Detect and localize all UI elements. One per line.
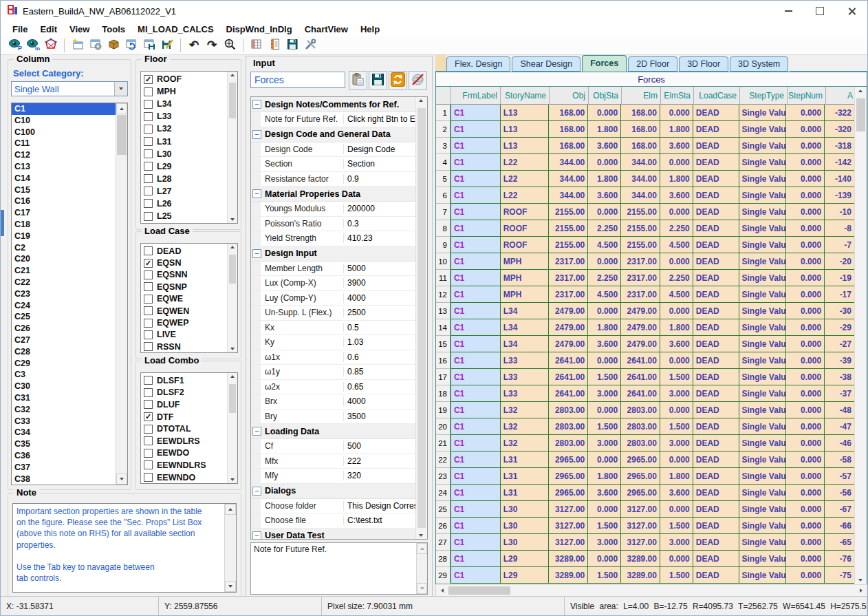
cell-a[interactable]: -140 (825, 171, 855, 187)
cell-obj[interactable]: 344.00 (549, 154, 588, 171)
toolbar-window-settings-button[interactable] (87, 38, 105, 54)
cell-steptype[interactable]: Single Value (739, 237, 787, 253)
load-combo-checkbox-eewndlrs[interactable] (144, 460, 153, 469)
load-case-item-eqsn[interactable]: ✓EQSN (141, 257, 227, 268)
cell-elmsta[interactable]: 1.800 (660, 319, 693, 336)
arrow-up-icon[interactable] (858, 89, 862, 92)
load-case-item-eqsnp[interactable]: EQSNP (141, 281, 227, 293)
note-textbox[interactable]: Important section properties are shown i… (12, 503, 237, 593)
cell-frmlabel[interactable]: C1 (451, 352, 501, 369)
property-row-1y[interactable]: ω1y0.85 (251, 365, 416, 380)
property-row-mfx[interactable]: Mfx222 (251, 454, 416, 469)
load-case-item-dead[interactable]: DEAD (141, 245, 227, 257)
cell-a[interactable]: -46 (825, 435, 855, 452)
cell-steptype[interactable]: Single Value (739, 534, 787, 551)
no-draw-button[interactable] (409, 71, 427, 90)
floor-checkbox-l33[interactable] (144, 112, 153, 121)
cell-a[interactable]: -37 (825, 385, 855, 402)
load-combo-checkbox-dlsf1[interactable] (144, 376, 153, 385)
cell-steptype[interactable]: Single Value (739, 402, 787, 418)
column-item-c29[interactable]: C29 (12, 358, 116, 370)
cell-elmsta[interactable]: 0.000 (660, 253, 693, 270)
collapse-icon[interactable]: − (252, 249, 261, 258)
table-row[interactable]: 27C1L303127.003.0003127.003.000DEADSingl… (436, 534, 855, 551)
cell-elmsta[interactable]: 1.500 (660, 567, 693, 584)
cell-stepnum[interactable]: 0.000 (786, 105, 825, 121)
cell-frmlabel[interactable]: C1 (451, 121, 501, 138)
cell-objsta[interactable]: 3.600 (588, 336, 621, 352)
cell-stepnum[interactable]: 0.000 (786, 452, 825, 468)
floor-checkbox-l25[interactable] (144, 212, 153, 221)
tab-3d-system[interactable]: 3D System (730, 56, 788, 72)
property-value[interactable]: 0.6 (344, 352, 416, 362)
cell-elmsta[interactable]: 0.000 (660, 452, 693, 468)
cell-stepnum[interactable]: 0.000 (786, 402, 825, 418)
cell-objsta[interactable]: 1.500 (588, 418, 621, 435)
cell-objsta[interactable]: 3.000 (588, 385, 621, 402)
cell-a[interactable]: -27 (825, 336, 855, 352)
load-case-item-eqsnn[interactable]: EQSNN (141, 269, 227, 281)
menu-help[interactable]: Help (354, 23, 386, 36)
cell-loadcase[interactable]: DEAD (693, 518, 739, 534)
save-button[interactable] (369, 71, 387, 90)
cell-obj[interactable]: 2803.00 (549, 418, 588, 435)
cell-stepnum[interactable]: 0.000 (786, 270, 825, 286)
column-item-c25[interactable]: C25 (12, 311, 116, 323)
cell-elmsta[interactable]: 0.000 (660, 352, 693, 369)
cell-a[interactable]: -56 (825, 485, 855, 501)
property-row-luy-comp-y[interactable]: Luy (Comp-Y)4000 (251, 291, 416, 306)
toolbar-undo-button[interactable]: ↶ (185, 38, 203, 54)
cell-loadcase[interactable]: DEAD (693, 121, 739, 138)
cell-obj[interactable]: 2641.00 (549, 352, 588, 369)
cell-elmsta[interactable]: 3.600 (660, 187, 693, 204)
cell-row-number[interactable]: 26 (436, 518, 451, 534)
cell-storyname[interactable]: L22 (501, 171, 550, 187)
table-vscrollbar[interactable] (854, 87, 867, 584)
column-item-c28[interactable]: C28 (12, 346, 116, 358)
cell-elm[interactable]: 168.00 (621, 105, 660, 121)
cell-elm[interactable]: 168.00 (621, 138, 660, 154)
floor-item-l26[interactable]: L26 (141, 198, 227, 210)
arrow-down-icon[interactable] (230, 218, 235, 221)
paste-button[interactable] (349, 71, 367, 90)
scroll-thumb[interactable] (417, 108, 426, 528)
cell-obj[interactable]: 2479.00 (549, 336, 588, 352)
header-frmlabel[interactable]: FrmLabel (451, 87, 501, 105)
cell-stepnum[interactable]: 0.000 (786, 534, 825, 551)
floor-item-l34[interactable]: L34 (141, 98, 227, 110)
header-storyname[interactable]: StoryName (501, 87, 550, 105)
cell-loadcase[interactable]: DEAD (693, 352, 739, 369)
cell-row-number[interactable]: 8 (436, 220, 451, 237)
cell-loadcase[interactable]: DEAD (693, 485, 739, 501)
cell-steptype[interactable]: Single Value (739, 468, 787, 485)
toolbar-redo-button[interactable]: ↷ (203, 38, 221, 54)
cell-loadcase[interactable]: DEAD (693, 154, 739, 171)
table-row[interactable]: 26C1L303127.001.5003127.001.500DEADSingl… (436, 518, 855, 534)
property-value[interactable]: Design Code (344, 145, 416, 154)
cell-elmsta[interactable]: 0.000 (660, 303, 693, 319)
arrow-down-icon[interactable] (858, 579, 862, 582)
table-row[interactable]: 28C1L293289.000.0003289.000.000DEADSingl… (436, 551, 855, 567)
load-case-checkbox-live[interactable] (144, 330, 153, 339)
cell-row-number[interactable]: 29 (436, 567, 451, 584)
input-name-field[interactable] (250, 72, 345, 88)
cell-a[interactable]: -20 (825, 253, 855, 270)
cell-frmlabel[interactable]: C1 (451, 187, 501, 204)
table-row[interactable]: 23C1L312965.001.8002965.001.800DEADSingl… (436, 468, 855, 485)
cell-stepnum[interactable]: 0.000 (786, 187, 825, 204)
cell-frmlabel[interactable]: C1 (451, 452, 501, 468)
scroll-thumb[interactable] (448, 586, 510, 595)
cell-storyname[interactable]: L32 (501, 402, 550, 418)
cell-elm[interactable]: 2479.00 (621, 319, 660, 336)
category-dropdown[interactable]: Single Wall (11, 81, 128, 96)
property-value[interactable]: 0.65 (344, 382, 416, 392)
load-case-item-live[interactable]: LIVE (141, 329, 227, 341)
load-combo-item-dlsf2[interactable]: DLSF2 (141, 387, 227, 399)
toolbar-table-view-button[interactable] (248, 38, 265, 54)
cell-steptype[interactable]: Single Value (739, 385, 787, 402)
header-obj[interactable]: Obj (550, 87, 589, 105)
column-item-c1[interactable]: C1 (12, 103, 116, 115)
column-item-c100[interactable]: C100 (12, 127, 116, 138)
cell-obj[interactable]: 168.00 (549, 121, 588, 138)
cell-objsta[interactable]: 1.800 (588, 121, 621, 138)
